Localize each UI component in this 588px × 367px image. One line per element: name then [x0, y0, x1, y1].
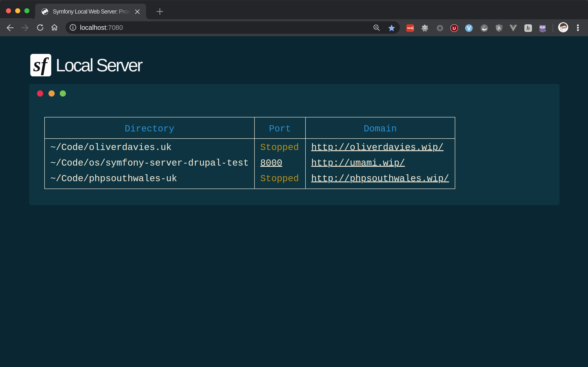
- svg-text:V: V: [467, 25, 471, 31]
- svg-text:h: h: [527, 25, 530, 31]
- svg-text:U: U: [453, 26, 456, 31]
- svg-text:A: A: [498, 25, 501, 31]
